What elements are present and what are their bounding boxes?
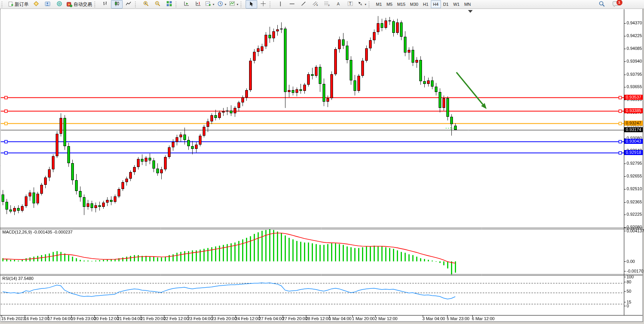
periods-button[interactable]: ▾ bbox=[216, 0, 228, 9]
macd-axis-label: 0.00 bbox=[627, 259, 635, 264]
chart-shift-button[interactable] bbox=[192, 0, 204, 9]
time-axis-label: 28 Feb 12:00 bbox=[306, 316, 331, 321]
time-axis-label: 23 Feb 20:00 bbox=[212, 316, 237, 321]
fibonacci-icon: F bbox=[324, 1, 330, 8]
notification-badge: 1 bbox=[617, 0, 622, 5]
horizontal-line-button[interactable] bbox=[286, 0, 298, 9]
tf-button-M5[interactable]: M5 bbox=[384, 0, 395, 8]
crosshair-icon bbox=[260, 1, 266, 8]
text-label-icon: T bbox=[347, 1, 353, 8]
toolbar-grip[interactable] bbox=[241, 2, 244, 7]
tf-button-MN[interactable]: MN bbox=[462, 0, 473, 8]
chart-shift-icon bbox=[195, 1, 201, 8]
equidistant-channel-button[interactable]: E bbox=[309, 0, 321, 9]
fibonacci-button[interactable]: F bbox=[321, 0, 333, 9]
cursor-button[interactable] bbox=[246, 0, 257, 9]
svg-text:F: F bbox=[328, 4, 330, 7]
price-axis-label: 0.92510 bbox=[627, 186, 642, 191]
navigator-button[interactable] bbox=[53, 0, 65, 9]
zoom-out-icon bbox=[155, 1, 161, 8]
bar-chart-button[interactable] bbox=[99, 0, 111, 9]
rsi-indicator-label: RSI(14) 37.5480 bbox=[2, 276, 34, 281]
toolbar-grip[interactable] bbox=[135, 2, 138, 7]
zoom-in-button[interactable] bbox=[140, 0, 152, 9]
cursor-icon bbox=[249, 1, 254, 8]
bar-chart-icon bbox=[102, 1, 108, 8]
tile-windows-icon bbox=[166, 1, 172, 8]
dropdown-arrow-icon: ▾ bbox=[237, 3, 238, 6]
notifications-button[interactable]: 1 bbox=[610, 0, 622, 9]
market-watch-icon bbox=[33, 1, 39, 8]
macd-axis-label: 0.004137 bbox=[627, 229, 644, 233]
text-button[interactable]: A bbox=[333, 0, 344, 9]
tf-button-M15[interactable]: M15 bbox=[395, 0, 408, 8]
auto-scroll-button[interactable] bbox=[181, 0, 192, 9]
tf-button-H1[interactable]: H1 bbox=[420, 0, 430, 8]
candlestick-chart-button[interactable] bbox=[111, 0, 123, 9]
time-axis-label: 27 Feb 04:00 bbox=[259, 316, 284, 321]
tf-button-D1[interactable]: D1 bbox=[441, 0, 451, 8]
tf-button-M1[interactable]: M1 bbox=[374, 0, 384, 8]
search-icon bbox=[599, 1, 605, 8]
top-toolbar: 新订单 自动交易 bbox=[0, 0, 644, 9]
zoom-out-button[interactable] bbox=[152, 0, 163, 9]
chart-canvas[interactable] bbox=[0, 0, 644, 324]
candlestick-icon bbox=[114, 1, 120, 8]
add-indicator-icon bbox=[205, 1, 211, 8]
auto-trading-button[interactable]: 自动交易 bbox=[65, 0, 94, 9]
price-tag: 0.93537 bbox=[624, 95, 643, 100]
price-axis-label: 0.92365 bbox=[627, 200, 642, 204]
dropdown-arrow-icon: ▾ bbox=[365, 3, 366, 6]
time-axis-label: 19 Feb 23:00 bbox=[71, 316, 96, 321]
toolbar-grip[interactable] bbox=[94, 2, 98, 7]
text-label-button[interactable]: T bbox=[344, 0, 356, 9]
templates-button[interactable]: ▾ bbox=[228, 0, 240, 9]
time-axis-label: 23 Feb 04:00 bbox=[188, 316, 213, 321]
vertical-line-button[interactable] bbox=[275, 0, 286, 9]
price-tag: 0.93043 bbox=[624, 139, 643, 144]
time-axis-label: 21 Feb 20:00 bbox=[140, 316, 166, 321]
line-chart-button[interactable] bbox=[123, 0, 134, 9]
price-axis-label: 0.94225 bbox=[627, 33, 642, 38]
tf-button-W1[interactable]: W1 bbox=[451, 0, 462, 8]
crosshair-button[interactable] bbox=[257, 0, 269, 9]
data-window-button[interactable] bbox=[42, 0, 53, 9]
horizontal-line-icon bbox=[289, 1, 295, 8]
price-tag: 0.92918 bbox=[624, 150, 643, 155]
text-icon: A bbox=[336, 1, 341, 8]
new-order-label: 新订单 bbox=[15, 1, 29, 8]
toolbar-grip[interactable] bbox=[2, 2, 5, 7]
time-axis-label: 22 Feb 12:00 bbox=[164, 316, 189, 321]
new-order-button[interactable]: 新订单 bbox=[7, 0, 30, 9]
indicators-button[interactable]: ▾ bbox=[204, 0, 216, 9]
price-axis-label: 0.92795 bbox=[627, 161, 642, 165]
time-axis-label: 27 Feb 20:00 bbox=[282, 316, 307, 321]
rsi-axis-label: 0 bbox=[627, 304, 629, 308]
time-axis-label: 20 Feb 12:00 bbox=[94, 316, 119, 321]
tf-button-M30[interactable]: M30 bbox=[408, 0, 420, 8]
time-axis-label: 5 Mar 23:00 bbox=[447, 316, 470, 321]
time-axis-label: 6 Mar 12:00 bbox=[472, 316, 495, 321]
toolbar-grip[interactable] bbox=[369, 2, 372, 7]
tile-windows-button[interactable] bbox=[163, 0, 175, 9]
navigator-icon bbox=[56, 1, 62, 8]
toolbar-grip[interactable] bbox=[270, 2, 273, 7]
trendline-button[interactable] bbox=[298, 0, 309, 9]
price-axis-label: 0.93940 bbox=[627, 59, 642, 63]
clock-icon bbox=[217, 1, 223, 8]
time-axis-label: 15 Feb 2023 bbox=[1, 316, 25, 321]
svg-text:A: A bbox=[337, 1, 340, 6]
rsi-axis-label: 100 bbox=[627, 275, 634, 279]
search-button[interactable] bbox=[596, 0, 608, 9]
time-axis-label: 16 Feb 12:00 bbox=[24, 316, 50, 321]
market-watch-button[interactable] bbox=[30, 0, 42, 9]
rsi-axis-label: 50 bbox=[627, 289, 631, 293]
price-axis-label: 0.93795 bbox=[627, 72, 642, 77]
svg-text:E: E bbox=[316, 4, 318, 6]
arrows-button[interactable]: ▾ bbox=[356, 0, 368, 9]
price-axis-label: 0.94370 bbox=[627, 20, 642, 25]
tf-button-H4[interactable]: H4 bbox=[431, 0, 441, 8]
toolbar-grip[interactable] bbox=[176, 2, 179, 7]
new-order-icon bbox=[8, 2, 14, 7]
time-axis-label: 24 Feb 12:00 bbox=[235, 316, 260, 321]
